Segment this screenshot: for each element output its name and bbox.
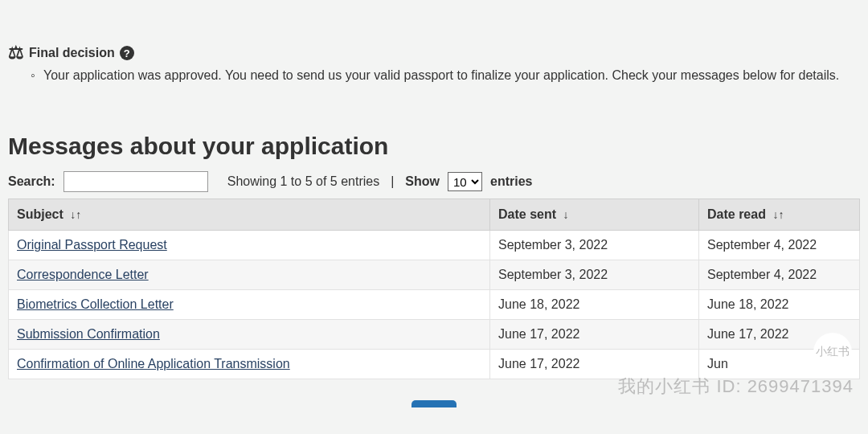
- message-link[interactable]: Correspondence Letter: [17, 268, 149, 281]
- date-read-cell: June 18, 2022: [699, 290, 860, 320]
- date-sent-cell: June 17, 2022: [490, 350, 699, 379]
- col-dateread-label: Date read: [707, 207, 766, 221]
- search-label: Search:: [8, 174, 55, 189]
- sort-both-icon: ↓↑: [772, 208, 784, 221]
- final-decision-item: Your application was approved. You need …: [31, 67, 860, 84]
- sort-desc-icon: ↓: [563, 208, 568, 221]
- message-link[interactable]: Original Passport Request: [17, 238, 167, 252]
- scales-icon: ⚖: [8, 44, 24, 62]
- table-controls: Search: Showing 1 to 5 of 5 entries | Sh…: [8, 171, 860, 192]
- divider: |: [391, 174, 394, 189]
- message-link[interactable]: Biometrics Collection Letter: [17, 297, 174, 311]
- page-size-select[interactable]: 10: [448, 172, 482, 191]
- final-decision-section: ⚖ Final decision ? Your application was …: [8, 0, 860, 84]
- date-sent-cell: September 3, 2022: [490, 231, 699, 260]
- table-row: Submission Confirmation June 17, 2022 Ju…: [9, 320, 860, 350]
- table-row: Original Passport Request September 3, 2…: [9, 231, 860, 260]
- col-datesent-label: Date sent: [498, 207, 556, 221]
- entries-label: entries: [490, 174, 532, 189]
- search-input[interactable]: [63, 171, 208, 192]
- date-sent-cell: June 17, 2022: [490, 320, 699, 350]
- table-row: Confirmation of Online Application Trans…: [9, 350, 860, 379]
- date-sent-cell: June 18, 2022: [490, 290, 699, 320]
- date-read-cell: Jun: [699, 350, 860, 379]
- showing-text: Showing 1 to 5 of 5 entries: [227, 174, 379, 189]
- accent-pill: [411, 400, 457, 407]
- date-read-cell: June 17, 2022: [699, 320, 860, 350]
- help-icon[interactable]: ?: [120, 46, 134, 60]
- final-decision-list: Your application was approved. You need …: [8, 62, 860, 84]
- col-header-subject[interactable]: Subject ↓↑: [9, 199, 490, 231]
- col-header-date-sent[interactable]: Date sent ↓: [490, 199, 699, 231]
- final-decision-title: Final decision: [29, 46, 115, 60]
- sort-both-icon: ↓↑: [70, 208, 81, 221]
- final-decision-header: ⚖ Final decision ?: [8, 44, 860, 62]
- col-subject-label: Subject: [17, 207, 63, 221]
- col-header-date-read[interactable]: Date read ↓↑: [699, 199, 860, 231]
- show-label: Show: [405, 174, 440, 189]
- table-row: Correspondence Letter September 3, 2022 …: [9, 260, 860, 290]
- messages-table: Subject ↓↑ Date sent ↓ Date read ↓↑ Orig…: [8, 199, 860, 379]
- table-row: Biometrics Collection Letter June 18, 20…: [9, 290, 860, 320]
- footer-accent: [8, 400, 860, 407]
- messages-heading: Messages about your application: [8, 133, 860, 160]
- date-read-cell: September 4, 2022: [699, 260, 860, 290]
- table-header-row: Subject ↓↑ Date sent ↓ Date read ↓↑: [9, 199, 860, 231]
- date-read-cell: September 4, 2022: [699, 231, 860, 260]
- message-link[interactable]: Confirmation of Online Application Trans…: [17, 357, 290, 371]
- date-sent-cell: September 3, 2022: [490, 260, 699, 290]
- message-link[interactable]: Submission Confirmation: [17, 327, 160, 341]
